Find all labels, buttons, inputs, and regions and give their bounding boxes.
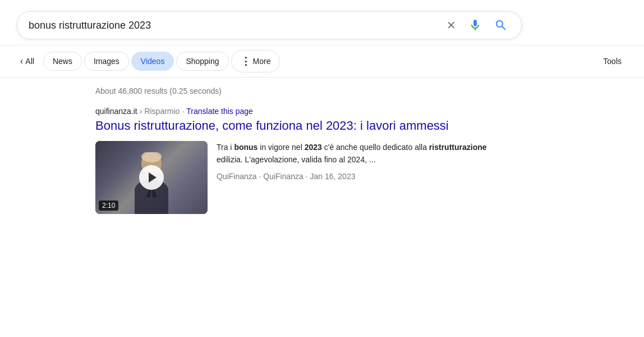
- tabs-container: ‹ All News Images Videos Shopping ⋮ More…: [0, 45, 644, 78]
- tab-images[interactable]: Images: [84, 52, 129, 71]
- tab-all[interactable]: ‹ All: [13, 52, 41, 71]
- result-breadcrumb: quifinanza.it › Risparmio · Translate th…: [95, 107, 510, 116]
- result-item: quifinanza.it › Risparmio · Translate th…: [95, 107, 510, 214]
- tab-all-label: All: [25, 57, 34, 66]
- breadcrumb-separator: ›: [140, 107, 142, 116]
- search-input[interactable]: [29, 20, 444, 31]
- tab-news[interactable]: News: [43, 52, 82, 71]
- search-icons: ✕: [444, 16, 510, 34]
- result-site: quifinanza.it: [95, 107, 137, 116]
- result-thumbnail[interactable]: 2:10: [95, 141, 208, 214]
- desc-part-0: Tra i: [217, 143, 234, 152]
- tab-more[interactable]: ⋮ More: [231, 50, 280, 72]
- clear-button[interactable]: ✕: [444, 16, 458, 34]
- breadcrumb-dot: ·: [182, 107, 184, 116]
- desc-part-4: c'è anche quello dedicato alla: [322, 143, 429, 152]
- tab-tools[interactable]: Tools: [594, 52, 631, 70]
- desc-bold-ristrutturazione: ristrutturazione: [429, 143, 487, 152]
- result-body: 2:10 Tra i bonus in vigore nel 2023 c'è …: [95, 141, 510, 214]
- tab-images-label: Images: [94, 57, 119, 66]
- results-stats: About 46,800 results (0.25 seconds): [95, 86, 627, 95]
- desc-part-2: in vigore nel: [257, 143, 304, 152]
- tab-shopping[interactable]: Shopping: [176, 52, 228, 71]
- dots-icon: ⋮: [241, 55, 251, 67]
- desc-bold-bonus: bonus: [234, 143, 257, 152]
- search-icon: [494, 19, 508, 32]
- tab-news-label: News: [53, 57, 72, 66]
- search-bar: ✕: [17, 11, 522, 39]
- tab-shopping-label: Shopping: [186, 57, 219, 66]
- desc-part-6: edilizia. L'agevolazione, valida fino al…: [217, 155, 376, 164]
- search-bar-container: ✕: [0, 0, 644, 45]
- result-path: Risparmio: [144, 107, 180, 116]
- clear-icon: ✕: [447, 19, 456, 32]
- translate-link[interactable]: Translate this page: [186, 107, 253, 116]
- voice-search-button[interactable]: [466, 16, 484, 34]
- result-meta: QuiFinanza · QuiFinanza · Jan 16, 2023: [217, 170, 510, 183]
- video-duration: 2:10: [99, 201, 118, 211]
- results-container: About 46,800 results (0.25 seconds) quif…: [0, 78, 644, 223]
- tab-videos-label: Videos: [141, 57, 165, 66]
- result-title[interactable]: Bonus ristrutturazione, come funziona ne…: [95, 118, 510, 134]
- search-submit-button[interactable]: [492, 16, 510, 34]
- desc-bold-2023: 2023: [305, 143, 322, 152]
- microphone-icon: [468, 19, 482, 32]
- result-description: Tra i bonus in vigore nel 2023 c'è anche…: [217, 141, 510, 183]
- chevron-left-icon: ‹: [20, 56, 23, 66]
- play-button[interactable]: [139, 165, 164, 190]
- tab-videos[interactable]: Videos: [131, 52, 174, 71]
- tab-more-label: More: [253, 57, 271, 66]
- tab-tools-label: Tools: [603, 57, 622, 66]
